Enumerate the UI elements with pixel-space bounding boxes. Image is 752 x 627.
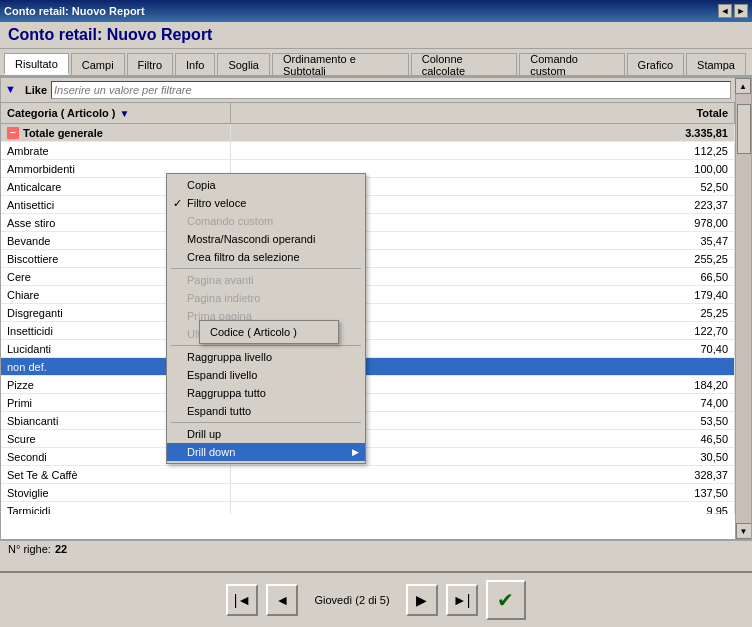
table-header: Categoria ( Articolo ) ▼ Totale [1,103,735,124]
menu-item-raggruppa-livello[interactable]: Raggruppa livello [167,348,365,366]
title-bar-text: Conto retail: Nuovo Report [4,5,145,17]
confirm-btn[interactable]: ✔ [486,580,526,620]
page-info: Giovedì (2 di 5) [314,594,389,606]
menu-item-espandi-livello[interactable]: Espandi livello [167,366,365,384]
table-row[interactable]: Disgreganti 25,25 [1,304,735,322]
menu-item-filtro-veloce[interactable]: Filtro veloce [167,194,365,212]
page-title: Conto retail: Nuovo Report [0,22,752,49]
table-row[interactable]: Cere 66,50 [1,268,735,286]
bottom-nav-bar: |◄ ◄ Giovedì (2 di 5) ▶ ►| ✔ [0,571,752,627]
tab-risultato[interactable]: Risultato [4,53,69,75]
table-row[interactable]: Pizze 184,20 [1,376,735,394]
scroll-down-btn[interactable]: ▼ [736,523,752,539]
tab-colonne[interactable]: Colonne calcolate [411,53,518,75]
play-btn[interactable]: ▶ [406,584,438,616]
tab-ordinamento[interactable]: Ordinamento e Subtotali [272,53,409,75]
table-row[interactable]: Asse stiro 978,00 [1,214,735,232]
table-scroll[interactable]: − Totale generale 3.335,81 Ambrate 112,2… [1,124,735,514]
nav-left-btn[interactable]: ◄ [718,4,732,18]
menu-item-drill-up[interactable]: Drill up [167,425,365,443]
table-row[interactable]: Insetticidi 122,70 [1,322,735,340]
column-header-category: Categoria ( Articolo ) ▼ [1,103,231,123]
prev-page-btn[interactable]: ◄ [266,584,298,616]
first-page-btn[interactable]: |◄ [226,584,258,616]
menu-item-espandi-tutto[interactable]: Espandi tutto [167,402,365,420]
scroll-thumb[interactable] [737,104,751,154]
tab-campi[interactable]: Campi [71,53,125,75]
table-row[interactable]: Biscottiere 255,25 [1,250,735,268]
cell-category: Tarmicidi [1,502,231,514]
menu-item-mostra[interactable]: Mostra/Nascondi operandi [167,230,365,248]
filter-type: Like [25,84,47,96]
menu-item-pagina-avanti: Pagina avanti [167,271,365,289]
menu-item-raggruppa-tutto[interactable]: Raggruppa tutto [167,384,365,402]
filter-input[interactable] [51,81,731,99]
cell-value: 9,95 [231,502,735,514]
cell-category: Set Te & Caffè [1,466,231,483]
table-row[interactable]: Chiare 179,40 [1,286,735,304]
tab-filtro[interactable]: Filtro [127,53,173,75]
menu-item-copia[interactable]: Copia [167,176,365,194]
table-row[interactable]: Stoviglie 137,50 [1,484,735,502]
vertical-scrollbar[interactable]: ▲ ▼ [735,78,751,539]
title-bar: Conto retail: Nuovo Report ◄ ► [0,0,752,22]
table-row[interactable]: Set Te & Caffè 328,37 [1,466,735,484]
tab-info[interactable]: Info [175,53,215,75]
scroll-up-arrow[interactable]: ▲ [735,78,751,94]
table-row[interactable]: Lucidanti 70,40 [1,340,735,358]
tab-grafico[interactable]: Grafico [627,53,684,75]
separator-1 [171,268,361,269]
cell-category: − Totale generale [1,124,231,141]
tab-soglia[interactable]: Soglia [217,53,270,75]
cell-value: 3.335,81 [231,124,735,141]
tab-stampa[interactable]: Stampa [686,53,746,75]
table-row[interactable]: Tarmicidi 9,95 [1,502,735,514]
menu-item-pagina-indietro: Pagina indietro [167,289,365,307]
scroll-track[interactable] [736,94,751,523]
cell-value: 137,50 [231,484,735,501]
table-row[interactable]: Secondi 30,50 [1,448,735,466]
main-content: ▲ ▼ Like Inserire un valore per filtrare… [0,77,752,540]
status-bar: N° righe: 22 [0,540,752,557]
nav-right-btn[interactable]: ► [734,4,748,18]
filter-icon: ▼ [5,83,19,97]
separator-2 [171,345,361,346]
submenu-drill-down: Codice ( Articolo ) [199,320,339,344]
filter-bar: ▼ Like Inserire un valore per filtrare [1,78,735,103]
app-window: Conto retail: Nuovo Report ◄ ► Conto ret… [0,0,752,627]
table-row[interactable]: Antisettici 223,37 [1,196,735,214]
status-label: N° righe: [8,543,51,555]
minus-icon: − [7,127,19,139]
table-row[interactable]: − Totale generale 3.335,81 [1,124,735,142]
cell-value: 328,37 [231,466,735,483]
tab-comando[interactable]: Comando custom [519,53,624,75]
cell-value: 112,25 [231,142,735,159]
cell-category: Stoviglie [1,484,231,501]
menu-item-drill-down[interactable]: Drill down [167,443,365,461]
table-row[interactable]: Primi 74,00 [1,394,735,412]
context-menu: Copia Filtro veloce Comando custom Mostr… [166,173,366,464]
separator-3 [171,422,361,423]
menu-item-comando-custom: Comando custom [167,212,365,230]
menu-item-crea-filtro[interactable]: Crea filtro da selezione [167,248,365,266]
status-value: 22 [55,543,67,555]
table-row[interactable]: Sbiancanti 53,50 [1,412,735,430]
table-row[interactable]: Bevande 35,47 [1,232,735,250]
last-page-btn[interactable]: ►| [446,584,478,616]
table-row[interactable]: Scure 46,50 [1,430,735,448]
table-row[interactable]: Ammorbidenti 100,00 [1,160,735,178]
table-row[interactable]: Ambrate 112,25 [1,142,735,160]
table-row-selected[interactable]: non def. [1,358,735,376]
title-bar-buttons: ◄ ► [718,4,748,18]
submenu-item-codice[interactable]: Codice ( Articolo ) [200,323,338,341]
table-row[interactable]: Anticalcare 52,50 [1,178,735,196]
cell-category: Ambrate [1,142,231,159]
tabs-bar: Risultato Campi Filtro Info Soglia Ordin… [0,49,752,77]
sort-arrow-category: ▼ [119,108,129,119]
column-header-value: Totale [231,103,735,123]
